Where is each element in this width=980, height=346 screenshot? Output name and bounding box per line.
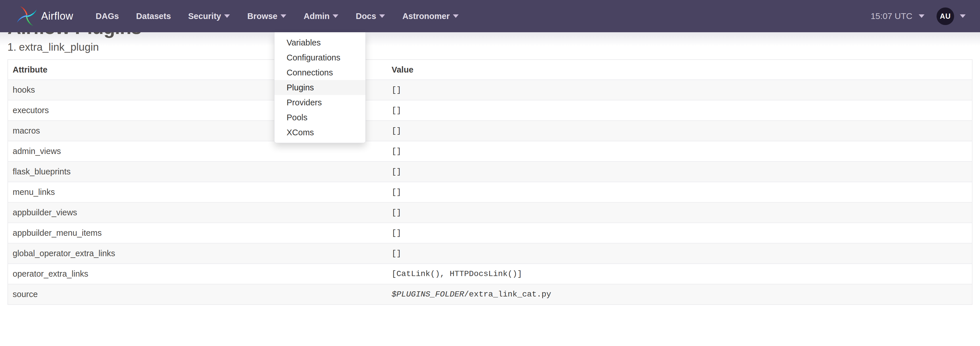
nav-item-admin[interactable]: Admin [295,0,347,32]
value-cell: [] [387,243,972,264]
column-header-value: Value [387,60,972,80]
chevron-down-icon [453,14,459,18]
table-row: admin_views[] [8,141,972,161]
top-navbar: Airflow DAGsDatasetsSecurityBrowseAdminD… [0,0,980,32]
value-cell: [] [387,141,972,161]
dropdown-item-plugins[interactable]: Plugins [275,80,366,95]
clock-dropdown[interactable]: 15:07 UTC [871,11,924,21]
user-menu[interactable]: AU [937,8,966,25]
chevron-down-icon [379,14,385,18]
plugin-index: 1. [8,41,16,53]
value-cell: [] [387,121,972,141]
chevron-down-icon [224,14,230,18]
clock-label: 15:07 UTC [871,11,912,21]
value-cell: [] [387,182,972,202]
nav-item-label: Browse [247,11,277,21]
brand-label: Airflow [41,10,73,22]
chevron-down-icon [960,14,966,18]
attribute-cell: admin_views [8,141,387,161]
table-row: source$PLUGINS_FOLDER/extra_link_cat.py [8,284,972,305]
table-row: appbuilder_views[] [8,202,972,223]
nav-item-docs[interactable]: Docs [347,0,394,32]
value-cell: $PLUGINS_FOLDER/extra_link_cat.py [387,284,972,305]
chevron-down-icon [332,14,338,18]
plugin-attributes-table: Attribute Value hooks[]executors[]macros… [8,59,972,305]
table-row: menu_links[] [8,182,972,202]
value-cell: [] [387,202,972,223]
table-row: macros[] [8,121,972,141]
value-cell: [CatLink(), HTTPDocsLink()] [387,264,972,284]
dropdown-item-configurations[interactable]: Configurations [275,50,366,65]
attribute-cell: global_operator_extra_links [8,243,387,264]
airflow-brand-link[interactable]: Airflow [16,5,73,27]
value-cell: [] [387,223,972,243]
attribute-cell: flask_blueprints [8,161,387,182]
nav-item-label: Docs [356,11,376,21]
nav-item-astronomer[interactable]: Astronomer [394,0,467,32]
table-row: executors[] [8,100,972,121]
chevron-down-icon [280,14,286,18]
user-avatar: AU [937,8,954,25]
attribute-cell: appbuilder_menu_items [8,223,387,243]
page-content: Airflow Plugins 1.extra_link_plugin Attr… [0,17,980,305]
value-cell: [] [387,100,972,121]
table-row: appbuilder_menu_items[] [8,223,972,243]
value-cell: [] [387,80,972,100]
table-row: operator_extra_links[CatLink(), HTTPDocs… [8,264,972,284]
plugin-heading: 1.extra_link_plugin [8,41,972,54]
nav-item-label: Astronomer [402,11,449,21]
table-row: global_operator_extra_links[] [8,243,972,264]
nav-item-dags[interactable]: DAGs [87,0,128,32]
attribute-cell: operator_extra_links [8,264,387,284]
table-row: flask_blueprints[] [8,161,972,182]
attribute-cell: source [8,284,387,305]
dropdown-item-pools[interactable]: Pools [275,110,366,125]
dropdown-item-variables[interactable]: Variables [275,35,366,50]
plugin-name: extra_link_plugin [19,41,99,53]
nav-item-security[interactable]: Security [180,0,239,32]
admin-dropdown-menu: VariablesConfigurationsConnectionsPlugin… [274,32,366,143]
table-row: hooks[] [8,80,972,100]
nav-item-label: DAGs [96,11,119,21]
nav-item-datasets[interactable]: Datasets [127,0,180,32]
dropdown-item-providers[interactable]: Providers [275,95,366,110]
table-header: Attribute Value [8,60,972,80]
nav-item-label: Security [188,11,221,21]
dropdown-item-xcoms[interactable]: XComs [275,125,366,140]
user-initials: AU [940,12,951,21]
chevron-down-icon [919,14,924,18]
nav-item-label: Admin [304,11,329,21]
dropdown-item-connections[interactable]: Connections [275,65,366,80]
value-cell: [] [387,161,972,182]
attribute-cell: appbuilder_views [8,202,387,223]
nav-item-browse[interactable]: Browse [239,0,295,32]
navbar-right: 15:07 UTC AU [871,8,966,25]
main-nav: DAGsDatasetsSecurityBrowseAdminDocsAstro… [87,0,467,32]
airflow-pinwheel-icon [16,5,38,27]
nav-item-label: Datasets [136,11,171,21]
attribute-cell: menu_links [8,182,387,202]
